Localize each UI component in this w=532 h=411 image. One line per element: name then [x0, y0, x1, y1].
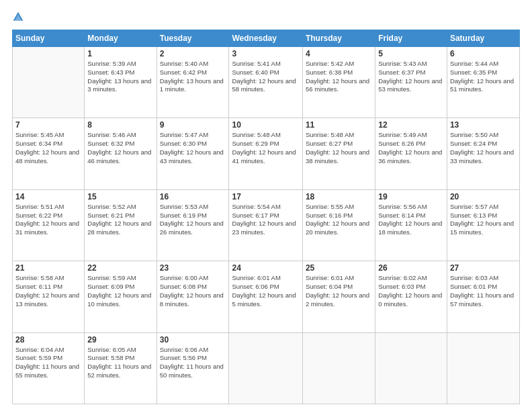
calendar-body: 1Sunrise: 5:39 AMSunset: 6:43 PMDaylight… [13, 47, 520, 404]
day-number: 2 [160, 49, 226, 58]
day-number: 24 [232, 263, 299, 273]
day-detail: Sunrise: 5:54 AMSunset: 6:17 PMDaylight:… [232, 203, 299, 237]
day-detail: Sunrise: 5:42 AMSunset: 6:38 PMDaylight:… [306, 60, 372, 94]
calendar-cell: 12Sunrise: 5:49 AMSunset: 6:26 PMDayligh… [375, 118, 447, 189]
calendar-cell: 24Sunrise: 6:01 AMSunset: 6:06 PMDayligh… [229, 261, 302, 332]
day-number: 23 [160, 263, 226, 273]
day-detail: Sunrise: 5:48 AMSunset: 6:29 PMDaylight:… [232, 131, 299, 165]
calendar-cell: 22Sunrise: 5:59 AMSunset: 6:09 PMDayligh… [85, 261, 157, 332]
calendar-cell: 15Sunrise: 5:52 AMSunset: 6:21 PMDayligh… [85, 189, 157, 261]
day-number: 14 [15, 192, 81, 201]
day-detail: Sunrise: 5:55 AMSunset: 6:16 PMDaylight:… [306, 203, 372, 237]
calendar-cell [447, 332, 519, 404]
day-number: 22 [87, 263, 153, 273]
day-number: 9 [160, 120, 226, 130]
day-detail: Sunrise: 5:51 AMSunset: 6:22 PMDaylight:… [15, 203, 81, 237]
calendar-cell: 23Sunrise: 6:00 AMSunset: 6:08 PMDayligh… [157, 261, 229, 332]
day-detail: Sunrise: 5:39 AMSunset: 6:43 PMDaylight:… [87, 60, 153, 94]
day-number: 30 [160, 335, 226, 345]
day-number: 5 [378, 49, 444, 58]
calendar-cell: 8Sunrise: 5:46 AMSunset: 6:32 PMDaylight… [85, 118, 157, 189]
day-detail: Sunrise: 5:56 AMSunset: 6:14 PMDaylight:… [378, 203, 444, 237]
calendar-cell: 9Sunrise: 5:47 AMSunset: 6:30 PMDaylight… [157, 118, 229, 189]
week-row: 7Sunrise: 5:45 AMSunset: 6:34 PMDaylight… [13, 118, 520, 189]
weekday-header: Tuesday [157, 30, 229, 47]
calendar-cell: 30Sunrise: 6:06 AMSunset: 5:56 PMDayligh… [157, 332, 229, 404]
day-number: 10 [232, 120, 299, 130]
calendar-cell: 19Sunrise: 5:56 AMSunset: 6:14 PMDayligh… [375, 189, 447, 261]
weekday-header: Sunday [13, 30, 85, 47]
day-number: 27 [450, 263, 517, 273]
day-number: 19 [378, 192, 444, 201]
week-row: 21Sunrise: 5:58 AMSunset: 6:11 PMDayligh… [13, 261, 520, 332]
calendar-header-row: SundayMondayTuesdayWednesdayThursdayFrid… [13, 30, 520, 47]
calendar-cell: 16Sunrise: 5:53 AMSunset: 6:19 PMDayligh… [157, 189, 229, 261]
day-detail: Sunrise: 5:45 AMSunset: 6:34 PMDaylight:… [15, 131, 81, 165]
day-detail: Sunrise: 6:01 AMSunset: 6:06 PMDaylight:… [232, 274, 299, 308]
day-number: 25 [306, 263, 372, 273]
day-detail: Sunrise: 5:58 AMSunset: 6:11 PMDaylight:… [15, 274, 81, 308]
calendar-cell: 5Sunrise: 5:43 AMSunset: 6:37 PMDaylight… [375, 47, 447, 118]
day-number: 3 [232, 49, 299, 58]
calendar-cell: 29Sunrise: 6:05 AMSunset: 5:58 PMDayligh… [85, 332, 157, 404]
calendar-cell: 7Sunrise: 5:45 AMSunset: 6:34 PMDaylight… [13, 118, 85, 189]
calendar-cell: 18Sunrise: 5:55 AMSunset: 6:16 PMDayligh… [302, 189, 375, 261]
calendar-cell: 10Sunrise: 5:48 AMSunset: 6:29 PMDayligh… [229, 118, 302, 189]
day-number: 21 [15, 263, 81, 273]
weekday-header: Monday [85, 30, 157, 47]
day-number: 18 [306, 192, 372, 201]
day-detail: Sunrise: 5:52 AMSunset: 6:21 PMDaylight:… [87, 203, 153, 237]
calendar-cell [13, 47, 85, 118]
weekday-header: Saturday [447, 30, 519, 47]
calendar-cell: 11Sunrise: 5:48 AMSunset: 6:27 PMDayligh… [302, 118, 375, 189]
day-number: 15 [87, 192, 153, 201]
day-detail: Sunrise: 6:02 AMSunset: 6:03 PMDaylight:… [378, 274, 444, 308]
weekday-header: Thursday [302, 30, 375, 47]
header [12, 11, 520, 23]
calendar-cell: 13Sunrise: 5:50 AMSunset: 6:24 PMDayligh… [447, 118, 519, 189]
calendar-cell: 26Sunrise: 6:02 AMSunset: 6:03 PMDayligh… [375, 261, 447, 332]
day-number: 6 [450, 49, 517, 58]
day-detail: Sunrise: 6:04 AMSunset: 5:59 PMDaylight:… [15, 346, 81, 380]
day-detail: Sunrise: 5:50 AMSunset: 6:24 PMDaylight:… [450, 131, 517, 165]
day-number: 29 [87, 335, 153, 345]
calendar-cell [302, 332, 375, 404]
calendar-cell: 6Sunrise: 5:44 AMSunset: 6:35 PMDaylight… [447, 47, 519, 118]
day-number: 8 [87, 120, 153, 130]
calendar-cell: 4Sunrise: 5:42 AMSunset: 6:38 PMDaylight… [302, 47, 375, 118]
day-detail: Sunrise: 5:41 AMSunset: 6:40 PMDaylight:… [232, 60, 299, 94]
calendar-cell: 3Sunrise: 5:41 AMSunset: 6:40 PMDaylight… [229, 47, 302, 118]
logo-icon [12, 11, 24, 23]
day-detail: Sunrise: 5:46 AMSunset: 6:32 PMDaylight:… [87, 131, 153, 165]
day-number: 1 [87, 49, 153, 58]
calendar-cell: 17Sunrise: 5:54 AMSunset: 6:17 PMDayligh… [229, 189, 302, 261]
day-detail: Sunrise: 5:53 AMSunset: 6:19 PMDaylight:… [160, 203, 226, 237]
day-number: 12 [378, 120, 444, 130]
day-detail: Sunrise: 5:48 AMSunset: 6:27 PMDaylight:… [306, 131, 372, 165]
calendar-cell: 27Sunrise: 6:03 AMSunset: 6:01 PMDayligh… [447, 261, 519, 332]
day-detail: Sunrise: 6:00 AMSunset: 6:08 PMDaylight:… [160, 274, 226, 308]
calendar-cell [229, 332, 302, 404]
day-number: 11 [306, 120, 372, 130]
calendar-cell: 28Sunrise: 6:04 AMSunset: 5:59 PMDayligh… [13, 332, 85, 404]
weekday-header: Wednesday [229, 30, 302, 47]
day-number: 26 [378, 263, 444, 273]
calendar-cell: 20Sunrise: 5:57 AMSunset: 6:13 PMDayligh… [447, 189, 519, 261]
week-row: 1Sunrise: 5:39 AMSunset: 6:43 PMDaylight… [13, 47, 520, 118]
week-row: 14Sunrise: 5:51 AMSunset: 6:22 PMDayligh… [13, 189, 520, 261]
day-detail: Sunrise: 6:06 AMSunset: 5:56 PMDaylight:… [160, 346, 226, 380]
calendar-cell: 14Sunrise: 5:51 AMSunset: 6:22 PMDayligh… [13, 189, 85, 261]
calendar-cell [375, 332, 447, 404]
day-number: 20 [450, 192, 517, 201]
day-detail: Sunrise: 5:59 AMSunset: 6:09 PMDaylight:… [87, 274, 153, 308]
logo [12, 11, 27, 23]
day-number: 4 [306, 49, 372, 58]
calendar-cell: 1Sunrise: 5:39 AMSunset: 6:43 PMDaylight… [85, 47, 157, 118]
calendar-cell: 25Sunrise: 6:01 AMSunset: 6:04 PMDayligh… [302, 261, 375, 332]
week-row: 28Sunrise: 6:04 AMSunset: 5:59 PMDayligh… [13, 332, 520, 404]
day-detail: Sunrise: 6:03 AMSunset: 6:01 PMDaylight:… [450, 274, 517, 308]
day-number: 16 [160, 192, 226, 201]
calendar-cell: 2Sunrise: 5:40 AMSunset: 6:42 PMDaylight… [157, 47, 229, 118]
page: SundayMondayTuesdayWednesdayThursdayFrid… [0, 0, 532, 411]
day-detail: Sunrise: 5:43 AMSunset: 6:37 PMDaylight:… [378, 60, 444, 94]
